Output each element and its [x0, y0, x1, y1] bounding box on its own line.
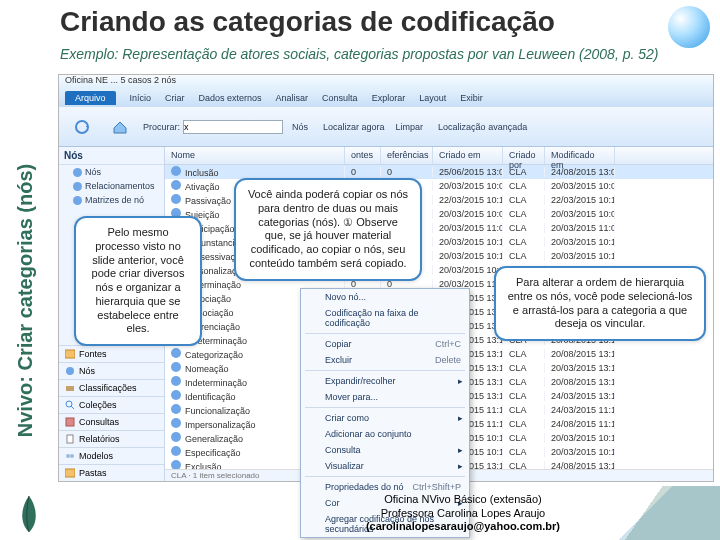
mi-expand[interactable]: Expandir/recolher▸	[301, 373, 469, 389]
nav-item-relac[interactable]: Relacionamentos	[59, 179, 164, 193]
refresh-icon	[74, 119, 90, 135]
nav-pastas[interactable]: Pastas	[59, 464, 164, 481]
cell-criado: 22/03/2015 10:10	[433, 195, 503, 205]
mi-visualize[interactable]: Visualizar▸	[301, 458, 469, 474]
svg-point-9	[70, 454, 74, 458]
node-icon	[171, 194, 181, 204]
node-icon	[73, 182, 82, 191]
nav-label: Coleções	[79, 400, 117, 410]
svg-rect-6	[66, 418, 74, 426]
cell-criado: 20/03/2015 11:00	[433, 223, 503, 233]
chevron-right-icon: ▸	[458, 376, 463, 386]
nav-lower: Fontes Nós Classificações Coleções Consu…	[59, 345, 164, 481]
cell-mod: 20/03/2015 10:07	[545, 209, 615, 219]
nav-nos[interactable]: Nós	[59, 362, 164, 379]
mi-query[interactable]: Consulta▸	[301, 442, 469, 458]
footer-l3: (carolinalopesaraujo@yahoo.com.br)	[366, 520, 560, 534]
find-scope: Nós	[292, 122, 308, 132]
node-icon	[171, 166, 181, 176]
nav-item-nos[interactable]: Nós	[59, 165, 164, 179]
nav-label: Modelos	[79, 451, 113, 461]
mi-copy[interactable]: CopiarCtrl+C	[301, 336, 469, 352]
col-criado[interactable]: Criado em	[433, 147, 503, 164]
cell-user: CLA	[503, 237, 545, 247]
nav-modelos[interactable]: Modelos	[59, 447, 164, 464]
list-header: Nome ontes eferências Criado em Criado p…	[165, 147, 713, 165]
tab-inicio[interactable]: Início	[130, 93, 152, 103]
cell-mod: 20/03/2015 11:00	[545, 223, 615, 233]
cell-user: CLA	[503, 167, 545, 177]
cell-user: CLA	[503, 363, 545, 373]
nav-consultas[interactable]: Consultas	[59, 413, 164, 430]
mi-add-set[interactable]: Adicionar ao conjunto	[301, 426, 469, 442]
find-clear[interactable]: Limpar	[396, 122, 424, 132]
cell-user: CLA	[503, 251, 545, 261]
svg-rect-7	[67, 435, 73, 443]
footer-text: Oficina NVivo Básico (extensão) Professo…	[366, 493, 560, 534]
cell-mod: 20/08/2015 13:10	[545, 349, 615, 359]
cell-user: CLA	[503, 447, 545, 457]
find-input[interactable]	[183, 120, 283, 134]
svg-rect-10	[65, 469, 75, 477]
nav-fontes[interactable]: Fontes	[59, 345, 164, 362]
find-label: Procurar:	[143, 122, 180, 132]
mi-label: Visualizar	[325, 461, 364, 471]
col-mod[interactable]: Modificado em	[545, 147, 615, 164]
col-name[interactable]: Nome	[165, 147, 345, 164]
cell-mod: 20/03/2015 10:11	[545, 251, 615, 261]
nav-relatorios[interactable]: Relatórios	[59, 430, 164, 447]
nav-label: Nós	[79, 366, 95, 376]
tab-dados-externos[interactable]: Dados externos	[199, 93, 262, 103]
node-icon	[171, 404, 181, 414]
mi-delete[interactable]: ExcluirDelete	[301, 352, 469, 368]
tab-criar[interactable]: Criar	[165, 93, 185, 103]
col-fontes[interactable]: ontes	[345, 147, 381, 164]
nav-classif[interactable]: Classificações	[59, 379, 164, 396]
nav-item-matrizes[interactable]: Matrizes de nó	[59, 193, 164, 207]
cell-mod: 20/03/2015 10:14	[545, 237, 615, 247]
col-user[interactable]: Criado por	[503, 147, 545, 164]
find-advanced[interactable]: Localização avançada	[438, 122, 527, 132]
nav-item-label: Nós	[85, 167, 101, 177]
node-icon	[73, 196, 82, 205]
node-icon	[171, 446, 181, 456]
table-row[interactable]: Inclusão0025/06/2015 13:06CLA24/08/2015 …	[165, 165, 713, 179]
vertical-label-wrap: Nvivo: Criar categorias (nós)	[0, 120, 54, 480]
search-icon	[65, 400, 75, 410]
ribbon-home-button[interactable]	[105, 119, 135, 135]
tab-layout[interactable]: Layout	[419, 93, 446, 103]
col-ref[interactable]: eferências	[381, 147, 433, 164]
find-now[interactable]: Localizar agora	[323, 122, 385, 132]
cell-user: CLA	[503, 195, 545, 205]
cell-user: CLA	[503, 377, 545, 387]
nav-colecoes[interactable]: Coleções	[59, 396, 164, 413]
footer-l1: Oficina NVivo Básico (extensão)	[366, 493, 560, 507]
mi-shortcut: Delete	[435, 355, 461, 365]
tag-icon	[65, 383, 75, 393]
mi-move[interactable]: Mover para...	[301, 389, 469, 405]
cell-user: CLA	[503, 181, 545, 191]
node-icon	[171, 180, 181, 190]
tab-exibir[interactable]: Exibir	[460, 93, 483, 103]
report-icon	[65, 434, 75, 444]
cell-ref: 0	[381, 167, 433, 177]
mi-new-node[interactable]: Novo nó...	[301, 289, 469, 305]
mi-create-as[interactable]: Criar como▸	[301, 410, 469, 426]
callout-left: Pelo mesmo processo visto no slide anter…	[74, 216, 202, 346]
svg-rect-1	[65, 350, 75, 358]
tab-explorar[interactable]: Explorar	[372, 93, 406, 103]
nav-label: Consultas	[79, 417, 119, 427]
tab-file[interactable]: Arquivo	[65, 91, 116, 105]
svg-rect-3	[66, 386, 74, 391]
nav-label: Fontes	[79, 349, 107, 359]
cell-criado: 20/03/2015 10:14	[433, 237, 503, 247]
tab-analisar[interactable]: Analisar	[276, 93, 309, 103]
mi-label: Consulta	[325, 445, 361, 455]
tab-consulta[interactable]: Consulta	[322, 93, 358, 103]
ribbon-tabs: Arquivo Início Criar Dados externos Anal…	[59, 89, 713, 107]
ribbon-refresh-button[interactable]	[67, 119, 97, 135]
folder-icon	[65, 349, 75, 359]
find-box: Procurar: Nós Localizar agora Limpar Loc…	[143, 120, 527, 134]
svg-point-8	[66, 454, 70, 458]
mi-code-stripe[interactable]: Codificação na faixa de codificação	[301, 305, 469, 331]
